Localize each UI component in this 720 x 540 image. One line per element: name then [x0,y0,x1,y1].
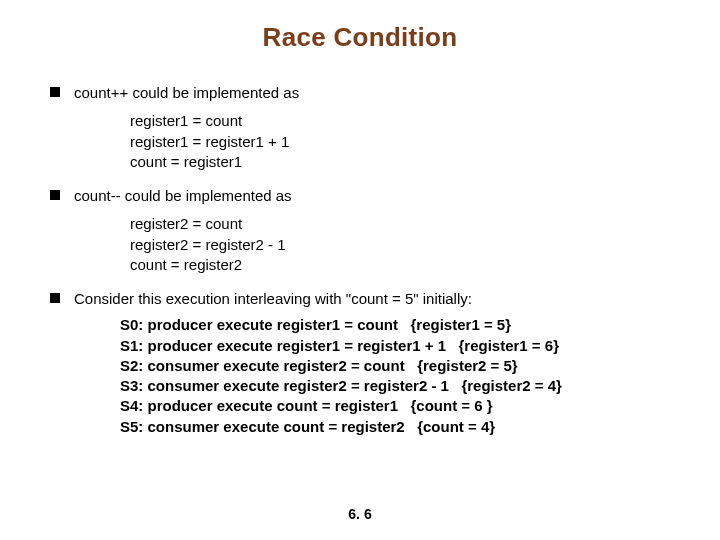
square-bullet-icon [50,293,60,303]
bullet-item-1: count++ could be implemented as [40,83,680,103]
code-line: count = register2 [130,255,680,275]
interleave-step: S5: consumer execute count = register2 {… [120,417,680,437]
slide: Race Condition count++ could be implemen… [0,0,720,540]
bullet-text: Consider this execution interleaving wit… [74,289,472,309]
code-line: count = register1 [130,152,680,172]
slide-title: Race Condition [40,22,680,53]
code-line: register1 = count [130,111,680,131]
code-block-decrement: register2 = count register2 = register2 … [130,214,680,275]
square-bullet-icon [50,190,60,200]
slide-number: 6. 6 [0,506,720,522]
bullet-text: count++ could be implemented as [74,83,299,103]
interleave-step: S0: producer execute register1 = count {… [120,315,680,335]
code-line: register1 = register1 + 1 [130,132,680,152]
interleave-step: S4: producer execute count = register1 {… [120,396,680,416]
bullet-item-3: Consider this execution interleaving wit… [40,289,680,309]
bullet-item-2: count-- could be implemented as [40,186,680,206]
code-line: register2 = count [130,214,680,234]
square-bullet-icon [50,87,60,97]
bullet-text: count-- could be implemented as [74,186,292,206]
code-block-increment: register1 = count register1 = register1 … [130,111,680,172]
interleave-step: S2: consumer execute register2 = count {… [120,356,680,376]
interleaving-block: S0: producer execute register1 = count {… [120,315,680,437]
code-line: register2 = register2 - 1 [130,235,680,255]
interleave-step: S3: consumer execute register2 = registe… [120,376,680,396]
interleave-step: S1: producer execute register1 = registe… [120,336,680,356]
